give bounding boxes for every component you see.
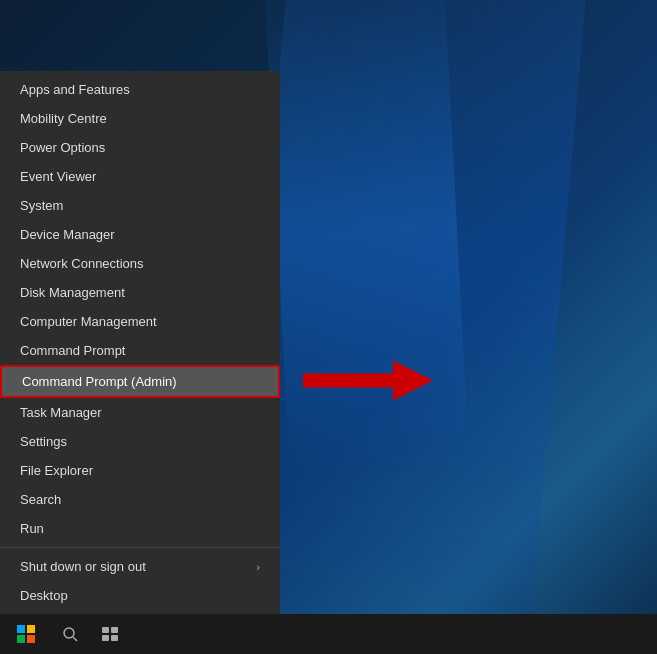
- menu-item-label-apps-features: Apps and Features: [20, 82, 130, 97]
- menu-item-label-settings: Settings: [20, 434, 67, 449]
- menu-item-computer-management[interactable]: Computer Management: [0, 307, 280, 336]
- task-view-button[interactable]: [90, 614, 130, 654]
- logo-pane-1: [17, 625, 25, 633]
- menu-item-command-prompt[interactable]: Command Prompt: [0, 336, 280, 365]
- menu-item-shut-down-sign-out[interactable]: Shut down or sign out›: [0, 552, 280, 581]
- menu-item-device-manager[interactable]: Device Manager: [0, 220, 280, 249]
- menu-item-label-command-prompt-admin: Command Prompt (Admin): [22, 374, 177, 389]
- logo-pane-2: [27, 625, 35, 633]
- menu-item-search[interactable]: Search: [0, 485, 280, 514]
- menu-item-label-event-viewer: Event Viewer: [20, 169, 96, 184]
- menu-item-system[interactable]: System: [0, 191, 280, 220]
- logo-pane-4: [27, 635, 35, 643]
- menu-item-task-manager[interactable]: Task Manager: [0, 398, 280, 427]
- menu-item-mobility-centre[interactable]: Mobility Centre: [0, 104, 280, 133]
- svg-line-2: [73, 637, 77, 641]
- menu-item-event-viewer[interactable]: Event Viewer: [0, 162, 280, 191]
- menu-item-label-shut-down-sign-out: Shut down or sign out: [20, 559, 146, 574]
- menu-item-run[interactable]: Run: [0, 514, 280, 543]
- svg-rect-5: [102, 635, 109, 641]
- menu-item-settings[interactable]: Settings: [0, 427, 280, 456]
- menu-divider: [0, 547, 280, 548]
- menu-item-label-file-explorer: File Explorer: [20, 463, 93, 478]
- menu-item-label-mobility-centre: Mobility Centre: [20, 111, 107, 126]
- menu-item-label-search: Search: [20, 492, 61, 507]
- menu-item-file-explorer[interactable]: File Explorer: [0, 456, 280, 485]
- submenu-arrow-icon: ›: [256, 561, 260, 573]
- menu-item-label-desktop: Desktop: [20, 588, 68, 603]
- menu-item-label-power-options: Power Options: [20, 140, 105, 155]
- menu-item-label-run: Run: [20, 521, 44, 536]
- menu-item-label-computer-management: Computer Management: [20, 314, 157, 329]
- menu-item-disk-management[interactable]: Disk Management: [0, 278, 280, 307]
- windows-logo-icon: [17, 625, 35, 643]
- menu-item-label-system: System: [20, 198, 63, 213]
- menu-item-network-connections[interactable]: Network Connections: [0, 249, 280, 278]
- menu-item-desktop[interactable]: Desktop: [0, 581, 280, 610]
- cortana-search-button[interactable]: [50, 614, 90, 654]
- menu-item-power-options[interactable]: Power Options: [0, 133, 280, 162]
- menu-item-label-network-connections: Network Connections: [20, 256, 144, 271]
- menu-item-label-disk-management: Disk Management: [20, 285, 125, 300]
- menu-item-label-command-prompt: Command Prompt: [20, 343, 125, 358]
- taskbar: [0, 614, 657, 654]
- menu-item-label-device-manager: Device Manager: [20, 227, 115, 242]
- menu-item-label-task-manager: Task Manager: [20, 405, 102, 420]
- context-menu: Apps and FeaturesMobility CentrePower Op…: [0, 71, 280, 614]
- logo-pane-3: [17, 635, 25, 643]
- svg-rect-3: [102, 627, 109, 633]
- menu-item-apps-features[interactable]: Apps and Features: [0, 75, 280, 104]
- svg-rect-4: [111, 627, 118, 633]
- svg-rect-6: [111, 635, 118, 641]
- start-button[interactable]: [2, 614, 50, 654]
- menu-item-command-prompt-admin[interactable]: Command Prompt (Admin): [0, 365, 280, 398]
- svg-point-1: [64, 628, 74, 638]
